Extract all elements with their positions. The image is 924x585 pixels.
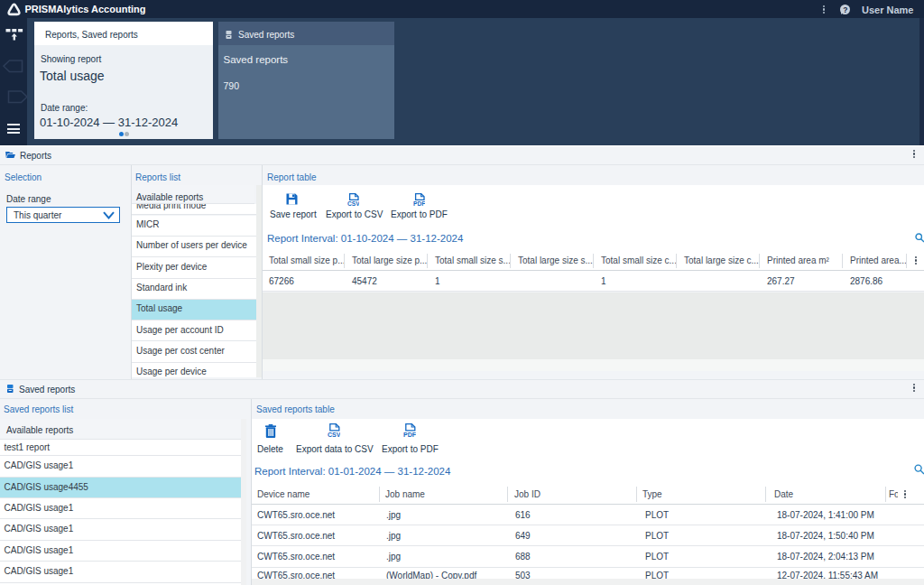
svg-text:CSV: CSV [347, 200, 359, 207]
svg-text:CSV: CSV [328, 432, 340, 438]
svg-text:PDF: PDF [413, 200, 425, 207]
svg-text:PDF: PDF [403, 432, 416, 438]
